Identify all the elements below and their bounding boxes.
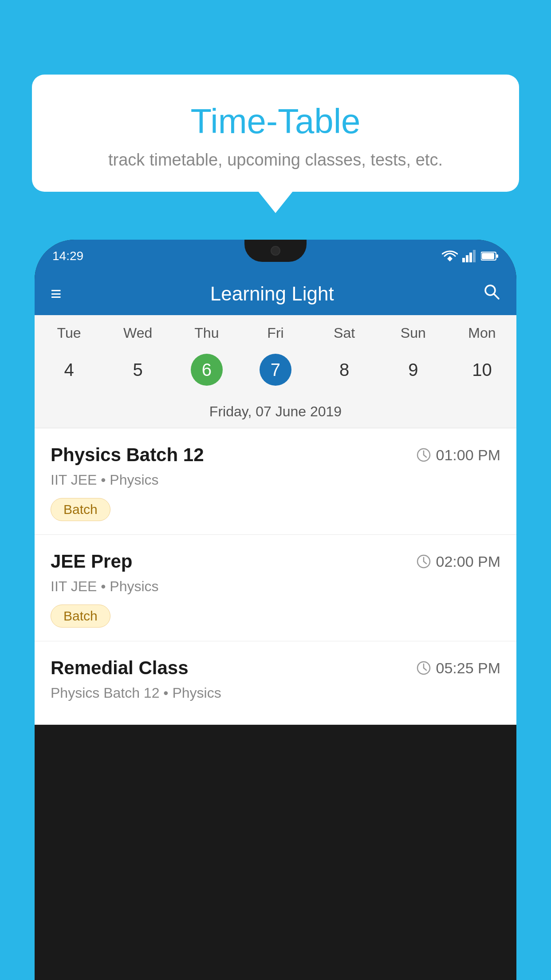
schedule-item-3[interactable]: Remedial Class 05:25 PM Physics Batch 12…: [35, 641, 516, 725]
schedule-item-2-header: JEE Prep 02:00 PM: [51, 551, 500, 572]
phone-screen: Tue Wed Thu Fri Sat Sun Mon 4 5 6 7 8: [35, 315, 516, 725]
svg-line-9: [494, 294, 499, 299]
selected-date-label: Friday, 07 June 2019: [35, 398, 516, 428]
day-label-wed: Wed: [103, 325, 172, 341]
svg-line-18: [424, 668, 426, 670]
wifi-icon: [442, 250, 458, 262]
schedule-item-3-title: Remedial Class: [51, 657, 189, 679]
schedule-item-3-time: 05:25 PM: [416, 660, 500, 677]
schedule-item-1[interactable]: Physics Batch 12 01:00 PM IIT JEE • Phys…: [35, 428, 516, 535]
schedule-item-1-header: Physics Batch 12 01:00 PM: [51, 444, 500, 466]
day-label-sun: Sun: [379, 325, 448, 341]
schedule-item-3-header: Remedial Class 05:25 PM: [51, 657, 500, 679]
calendar-date-4[interactable]: 4: [35, 349, 103, 390]
svg-line-12: [424, 455, 426, 457]
status-time: 14:29: [52, 249, 83, 263]
hamburger-menu-icon[interactable]: ≡: [51, 285, 62, 303]
schedule-list: Physics Batch 12 01:00 PM IIT JEE • Phys…: [35, 428, 516, 725]
clock-icon-2: [416, 554, 431, 569]
schedule-item-2[interactable]: JEE Prep 02:00 PM IIT JEE • Physics Batc…: [35, 535, 516, 641]
schedule-item-2-badge: Batch: [51, 605, 110, 628]
app-title: Learning Light: [75, 283, 469, 305]
schedule-item-2-time: 02:00 PM: [416, 553, 500, 570]
svg-line-15: [424, 561, 426, 564]
svg-rect-4: [473, 250, 476, 262]
calendar-date-6[interactable]: 6: [172, 349, 241, 390]
day-label-tue: Tue: [35, 325, 103, 341]
day-label-mon: Mon: [448, 325, 516, 341]
schedule-item-1-sub: IIT JEE • Physics: [51, 472, 500, 488]
schedule-item-1-time: 01:00 PM: [416, 447, 500, 464]
svg-rect-3: [469, 253, 472, 262]
schedule-item-2-title: JEE Prep: [51, 551, 132, 572]
day-label-thu: Thu: [172, 325, 241, 341]
tooltip-title: Time-Table: [59, 101, 492, 142]
schedule-item-1-title: Physics Batch 12: [51, 444, 204, 466]
schedule-item-3-sub: Physics Batch 12 • Physics: [51, 685, 500, 701]
calendar-date-8[interactable]: 8: [310, 349, 379, 390]
search-svg: [483, 283, 500, 300]
calendar-date-10[interactable]: 10: [448, 349, 516, 390]
tooltip-subtitle: track timetable, upcoming classes, tests…: [59, 150, 492, 170]
calendar-date-9[interactable]: 9: [379, 349, 448, 390]
svg-point-8: [485, 285, 495, 295]
status-bar: 14:29: [35, 240, 516, 273]
status-icons: [442, 250, 499, 262]
phone-frame: 14:29: [35, 240, 516, 980]
day-label-sat: Sat: [310, 325, 379, 341]
clock-icon-1: [416, 447, 431, 462]
tooltip-card: Time-Table track timetable, upcoming cla…: [32, 75, 519, 192]
calendar-dates: 4 5 6 7 8 9 10: [35, 346, 516, 398]
calendar-date-7[interactable]: 7: [241, 349, 310, 390]
camera-dot: [271, 246, 280, 256]
signal-icon: [462, 250, 476, 262]
calendar-date-5[interactable]: 5: [103, 349, 172, 390]
schedule-item-1-badge: Batch: [51, 498, 110, 521]
app-bar: ≡ Learning Light: [35, 273, 516, 315]
search-icon[interactable]: [483, 283, 500, 305]
svg-rect-1: [462, 258, 465, 262]
svg-rect-2: [466, 255, 468, 262]
clock-icon-3: [416, 660, 431, 676]
calendar-days-header: Tue Wed Thu Fri Sat Sun Mon: [35, 315, 516, 346]
svg-rect-6: [496, 254, 498, 258]
phone-notch: [244, 240, 307, 262]
schedule-item-2-sub: IIT JEE • Physics: [51, 578, 500, 595]
day-label-fri: Fri: [241, 325, 310, 341]
battery-icon: [481, 251, 499, 261]
svg-rect-7: [482, 253, 494, 259]
svg-marker-0: [447, 256, 453, 261]
